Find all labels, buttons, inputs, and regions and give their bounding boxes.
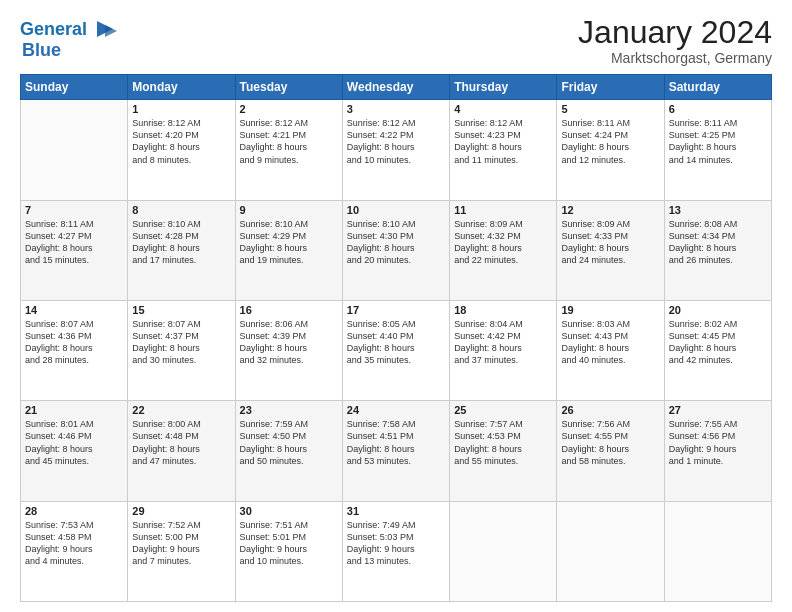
day-number: 13 [669,204,767,216]
day-info: Sunrise: 7:56 AM Sunset: 4:55 PM Dayligh… [561,418,659,467]
calendar-table: Sunday Monday Tuesday Wednesday Thursday… [20,74,772,602]
calendar-cell: 17Sunrise: 8:05 AM Sunset: 4:40 PM Dayli… [342,300,449,400]
calendar-cell: 3Sunrise: 8:12 AM Sunset: 4:22 PM Daylig… [342,100,449,200]
calendar-cell: 15Sunrise: 8:07 AM Sunset: 4:37 PM Dayli… [128,300,235,400]
day-info: Sunrise: 8:00 AM Sunset: 4:48 PM Dayligh… [132,418,230,467]
calendar-week-2: 7Sunrise: 8:11 AM Sunset: 4:27 PM Daylig… [21,200,772,300]
day-number: 5 [561,103,659,115]
day-info: Sunrise: 8:04 AM Sunset: 4:42 PM Dayligh… [454,318,552,367]
day-number: 21 [25,404,123,416]
calendar-cell: 11Sunrise: 8:09 AM Sunset: 4:32 PM Dayli… [450,200,557,300]
day-number: 23 [240,404,338,416]
calendar-cell: 29Sunrise: 7:52 AM Sunset: 5:00 PM Dayli… [128,501,235,601]
day-number: 1 [132,103,230,115]
calendar-cell: 1Sunrise: 8:12 AM Sunset: 4:20 PM Daylig… [128,100,235,200]
day-info: Sunrise: 8:12 AM Sunset: 4:20 PM Dayligh… [132,117,230,166]
day-number: 25 [454,404,552,416]
calendar-cell: 26Sunrise: 7:56 AM Sunset: 4:55 PM Dayli… [557,401,664,501]
day-number: 28 [25,505,123,517]
calendar-cell: 14Sunrise: 8:07 AM Sunset: 4:36 PM Dayli… [21,300,128,400]
day-number: 15 [132,304,230,316]
day-info: Sunrise: 7:51 AM Sunset: 5:01 PM Dayligh… [240,519,338,568]
col-saturday: Saturday [664,75,771,100]
calendar-cell [450,501,557,601]
day-number: 6 [669,103,767,115]
col-monday: Monday [128,75,235,100]
calendar-cell: 28Sunrise: 7:53 AM Sunset: 4:58 PM Dayli… [21,501,128,601]
calendar-week-5: 28Sunrise: 7:53 AM Sunset: 4:58 PM Dayli… [21,501,772,601]
logo: General Blue [20,15,121,61]
day-info: Sunrise: 8:11 AM Sunset: 4:25 PM Dayligh… [669,117,767,166]
calendar-week-1: 1Sunrise: 8:12 AM Sunset: 4:20 PM Daylig… [21,100,772,200]
svg-marker-1 [105,25,117,37]
calendar-cell: 9Sunrise: 8:10 AM Sunset: 4:29 PM Daylig… [235,200,342,300]
day-number: 29 [132,505,230,517]
day-info: Sunrise: 7:55 AM Sunset: 4:56 PM Dayligh… [669,418,767,467]
day-info: Sunrise: 7:49 AM Sunset: 5:03 PM Dayligh… [347,519,445,568]
day-info: Sunrise: 8:07 AM Sunset: 4:36 PM Dayligh… [25,318,123,367]
calendar-cell: 21Sunrise: 8:01 AM Sunset: 4:46 PM Dayli… [21,401,128,501]
day-info: Sunrise: 8:09 AM Sunset: 4:33 PM Dayligh… [561,218,659,267]
calendar-cell: 2Sunrise: 8:12 AM Sunset: 4:21 PM Daylig… [235,100,342,200]
day-info: Sunrise: 7:53 AM Sunset: 4:58 PM Dayligh… [25,519,123,568]
day-number: 19 [561,304,659,316]
title-block: January 2024 Marktschorgast, Germany [578,15,772,66]
logo-blue-text: Blue [20,41,61,61]
col-friday: Friday [557,75,664,100]
calendar-cell: 24Sunrise: 7:58 AM Sunset: 4:51 PM Dayli… [342,401,449,501]
day-number: 14 [25,304,123,316]
day-info: Sunrise: 8:11 AM Sunset: 4:24 PM Dayligh… [561,117,659,166]
calendar-cell: 22Sunrise: 8:00 AM Sunset: 4:48 PM Dayli… [128,401,235,501]
day-info: Sunrise: 8:05 AM Sunset: 4:40 PM Dayligh… [347,318,445,367]
day-number: 9 [240,204,338,216]
day-number: 2 [240,103,338,115]
day-number: 18 [454,304,552,316]
day-info: Sunrise: 8:01 AM Sunset: 4:46 PM Dayligh… [25,418,123,467]
logo-icon [89,13,121,45]
day-info: Sunrise: 8:10 AM Sunset: 4:28 PM Dayligh… [132,218,230,267]
col-thursday: Thursday [450,75,557,100]
day-info: Sunrise: 8:11 AM Sunset: 4:27 PM Dayligh… [25,218,123,267]
calendar-cell: 27Sunrise: 7:55 AM Sunset: 4:56 PM Dayli… [664,401,771,501]
calendar-cell [557,501,664,601]
day-number: 7 [25,204,123,216]
col-wednesday: Wednesday [342,75,449,100]
calendar-cell: 31Sunrise: 7:49 AM Sunset: 5:03 PM Dayli… [342,501,449,601]
day-number: 27 [669,404,767,416]
calendar-cell: 25Sunrise: 7:57 AM Sunset: 4:53 PM Dayli… [450,401,557,501]
calendar-cell: 30Sunrise: 7:51 AM Sunset: 5:01 PM Dayli… [235,501,342,601]
calendar-cell: 13Sunrise: 8:08 AM Sunset: 4:34 PM Dayli… [664,200,771,300]
calendar-cell: 4Sunrise: 8:12 AM Sunset: 4:23 PM Daylig… [450,100,557,200]
day-info: Sunrise: 8:09 AM Sunset: 4:32 PM Dayligh… [454,218,552,267]
day-info: Sunrise: 8:12 AM Sunset: 4:22 PM Dayligh… [347,117,445,166]
day-info: Sunrise: 8:10 AM Sunset: 4:30 PM Dayligh… [347,218,445,267]
day-number: 22 [132,404,230,416]
day-number: 11 [454,204,552,216]
calendar-cell: 12Sunrise: 8:09 AM Sunset: 4:33 PM Dayli… [557,200,664,300]
calendar-cell: 18Sunrise: 8:04 AM Sunset: 4:42 PM Dayli… [450,300,557,400]
day-number: 31 [347,505,445,517]
calendar-cell: 6Sunrise: 8:11 AM Sunset: 4:25 PM Daylig… [664,100,771,200]
day-info: Sunrise: 7:57 AM Sunset: 4:53 PM Dayligh… [454,418,552,467]
col-sunday: Sunday [21,75,128,100]
day-info: Sunrise: 8:07 AM Sunset: 4:37 PM Dayligh… [132,318,230,367]
calendar-cell: 10Sunrise: 8:10 AM Sunset: 4:30 PM Dayli… [342,200,449,300]
calendar-cell: 20Sunrise: 8:02 AM Sunset: 4:45 PM Dayli… [664,300,771,400]
day-info: Sunrise: 7:52 AM Sunset: 5:00 PM Dayligh… [132,519,230,568]
logo-text: General [20,20,87,40]
calendar-cell: 16Sunrise: 8:06 AM Sunset: 4:39 PM Dayli… [235,300,342,400]
day-number: 16 [240,304,338,316]
calendar-title: January 2024 [578,15,772,50]
page: General Blue January 2024 Marktschorgast… [0,0,792,612]
day-info: Sunrise: 8:02 AM Sunset: 4:45 PM Dayligh… [669,318,767,367]
calendar-week-3: 14Sunrise: 8:07 AM Sunset: 4:36 PM Dayli… [21,300,772,400]
day-number: 8 [132,204,230,216]
day-number: 26 [561,404,659,416]
calendar-cell: 8Sunrise: 8:10 AM Sunset: 4:28 PM Daylig… [128,200,235,300]
calendar-cell: 19Sunrise: 8:03 AM Sunset: 4:43 PM Dayli… [557,300,664,400]
day-number: 20 [669,304,767,316]
calendar-cell: 23Sunrise: 7:59 AM Sunset: 4:50 PM Dayli… [235,401,342,501]
day-number: 12 [561,204,659,216]
day-info: Sunrise: 8:12 AM Sunset: 4:21 PM Dayligh… [240,117,338,166]
day-info: Sunrise: 7:59 AM Sunset: 4:50 PM Dayligh… [240,418,338,467]
